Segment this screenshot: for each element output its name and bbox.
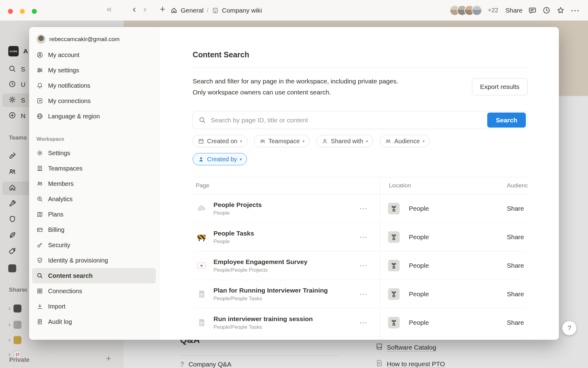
person-icon <box>322 138 328 144</box>
avatar-overflow-count[interactable]: +22 <box>488 7 498 14</box>
location-name: People <box>409 262 429 269</box>
zoom-window-button[interactable] <box>32 9 37 14</box>
page-title[interactable]: Plan for Running Interviewer Training <box>213 286 328 295</box>
table-row[interactable]: ♥ Employee Engagement SurveyPeople/Peopl… <box>193 251 528 280</box>
nav-label: My settings <box>48 67 79 74</box>
share-button[interactable]: Share <box>505 7 522 14</box>
import-icon <box>36 303 43 310</box>
breadcrumb-space[interactable]: General <box>181 7 204 14</box>
collaborator-avatars[interactable] <box>450 5 482 16</box>
table-row[interactable]: Plan for Running Interviewer TrainingPeo… <box>193 280 528 309</box>
updates-history-icon[interactable] <box>542 6 551 14</box>
divider <box>193 67 528 68</box>
row-menu-button[interactable]: ⋯ <box>359 232 368 242</box>
minimize-window-button[interactable] <box>20 9 25 14</box>
nav-item-security[interactable]: Security <box>32 237 156 253</box>
nav-label: Content search <box>48 272 93 279</box>
nav-item-settings[interactable]: Settings <box>32 145 156 161</box>
help-button[interactable]: ? <box>562 321 576 335</box>
back-button[interactable]: ‹ <box>133 3 136 15</box>
nav-item-analytics[interactable]: Analytics <box>32 191 156 207</box>
row-menu-button[interactable]: ⋯ <box>359 204 368 213</box>
nav-item-my-connections[interactable]: My connections <box>32 93 156 109</box>
row-menu-button[interactable]: ⋯ <box>359 289 368 299</box>
nav-item-my-settings[interactable]: My settings <box>32 63 156 78</box>
nav-item-identity-provisioning[interactable]: Identity & provisioning <box>32 253 156 268</box>
comments-icon[interactable] <box>528 6 537 14</box>
workspace-section-header: Workspace <box>36 136 159 142</box>
person-icon <box>198 156 204 163</box>
members-icon <box>36 180 43 187</box>
nav-item-my-account[interactable]: My account <box>32 47 156 63</box>
filter-chips-row: Created on ▾ Teamspace ▾ Shared with ▾ A… <box>193 135 528 147</box>
nav-label: Language & region <box>48 113 100 120</box>
breadcrumb-page[interactable]: Company wiki <box>222 7 262 14</box>
people-icon <box>259 138 266 144</box>
nav-item-members[interactable]: Members <box>32 176 156 191</box>
page-title[interactable]: People Projects <box>213 200 262 209</box>
close-window-button[interactable] <box>8 9 13 14</box>
notion-app: « ‹ › + General / Company wiki +22 <box>0 0 588 368</box>
history-nav: ‹ › <box>133 3 146 15</box>
forward-button[interactable]: › <box>143 3 147 15</box>
nav-label: Audit log <box>48 318 72 325</box>
love-letter-icon: ♥ <box>197 263 206 269</box>
nav-label: Security <box>48 242 70 249</box>
favorite-star-icon[interactable] <box>556 6 565 14</box>
chevron-down-icon: ▾ <box>366 139 368 144</box>
nav-item-audit-log[interactable]: Audit log <box>32 314 156 329</box>
window-controls <box>8 9 37 14</box>
filter-teamspace[interactable]: Teamspace ▾ <box>254 135 310 147</box>
teamspace-icon <box>388 260 400 271</box>
globe-icon <box>36 113 43 120</box>
filter-shared-with[interactable]: Shared with ▾ <box>316 135 373 147</box>
content-search-input[interactable] <box>193 111 528 129</box>
search-icon <box>198 116 206 125</box>
nav-label: My connections <box>48 98 91 105</box>
chip-label: Teamspace <box>269 138 300 145</box>
credit-card-icon <box>36 226 43 233</box>
table-row[interactable]: Run interviewer training sessionPeople/P… <box>193 309 528 337</box>
row-menu-button[interactable]: ⋯ <box>359 261 368 270</box>
page-title[interactable]: Employee Engagement Survey <box>213 257 307 266</box>
nav-item-import[interactable]: Import <box>32 299 156 314</box>
page-title[interactable]: Run interviewer training session <box>213 314 313 324</box>
sidebar-collapse-icon[interactable]: « <box>107 4 112 14</box>
map-icon <box>36 211 43 218</box>
filter-audience[interactable]: Audience ▾ <box>380 135 430 147</box>
audit-log-icon <box>36 318 43 325</box>
shield-check-icon <box>36 257 43 264</box>
chip-label: Audience <box>394 138 420 145</box>
table-row[interactable]: People ProjectsPeople ⋯ People Share <box>193 194 528 223</box>
chip-label: Created on <box>207 138 237 145</box>
nav-label: Members <box>48 180 74 187</box>
nav-item-language-region[interactable]: Language & region <box>32 109 156 124</box>
nav-label: My notifications <box>48 82 90 89</box>
nav-item-connections[interactable]: Connections <box>32 283 156 299</box>
page-path: People <box>213 238 254 245</box>
page-path: People/People Tasks <box>213 324 313 331</box>
filter-created-by[interactable]: Created by ▾ <box>193 153 247 165</box>
audience-value: Share <box>507 262 528 269</box>
search-button[interactable]: Search <box>487 113 526 128</box>
new-tab-button[interactable]: + <box>160 4 165 14</box>
nav-label: Import <box>48 303 66 310</box>
analytics-icon <box>36 196 43 202</box>
teamspace-icon <box>388 203 400 214</box>
page-path: People/People Projects <box>213 266 307 274</box>
export-results-button[interactable]: Export results <box>472 78 528 95</box>
avatar[interactable] <box>472 5 482 16</box>
row-menu-button[interactable]: ⋯ <box>359 318 368 328</box>
account-avatar <box>36 35 46 44</box>
nav-item-plans[interactable]: Plans <box>32 207 156 222</box>
nav-item-billing[interactable]: Billing <box>32 222 156 237</box>
settings-modal: rebeccamcakir@gmail.com My account My se… <box>29 27 559 340</box>
page-title[interactable]: People Tasks <box>213 229 254 238</box>
filter-created-on[interactable]: Created on ▾ <box>193 135 247 147</box>
audience-value: Share <box>507 290 528 298</box>
more-options-icon[interactable]: ⋯ <box>571 6 580 15</box>
nav-item-teamspaces[interactable]: Teamspaces <box>32 161 156 176</box>
nav-item-my-notifications[interactable]: My notifications <box>32 78 156 93</box>
nav-item-content-search[interactable]: Content search <box>32 268 156 283</box>
table-row[interactable]: People TasksPeople ⋯ People Share <box>193 223 528 251</box>
